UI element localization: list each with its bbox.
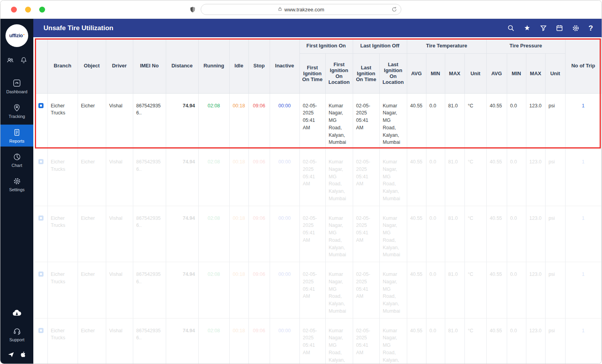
select-all-header[interactable] — [35, 38, 47, 93]
cell-no-of-trip[interactable]: 1 — [565, 93, 601, 150]
cell-no-of-trip[interactable]: 1 — [565, 150, 601, 206]
app-header: Unsafe Tire Utilization — [33, 19, 602, 37]
row-checkbox[interactable] — [38, 272, 44, 277]
cell-stop: 09:06 — [248, 262, 270, 319]
cell-select — [35, 206, 47, 262]
col-object[interactable]: Object — [78, 38, 106, 93]
cell-object: Eicher — [78, 93, 106, 150]
col-branch[interactable]: Branch — [47, 38, 78, 93]
row-checkbox[interactable] — [38, 216, 44, 221]
col-idle[interactable]: Idle — [229, 38, 248, 93]
col-driver[interactable]: Driver — [106, 38, 133, 93]
cell-pressure-max: 123.0 — [526, 206, 545, 262]
cell-temp-max: 81.0 — [445, 318, 464, 364]
col-pressure-avg[interactable]: AVG — [486, 53, 507, 93]
chart-icon — [13, 153, 21, 161]
cell-first-ignition-location: Kumar Nagar, MG Road, Kalyan, Mumbai — [325, 206, 353, 262]
col-temp-avg[interactable]: AVG — [407, 53, 426, 93]
cell-last-ignition-time: 02-05-2025 05:41 AM — [353, 318, 379, 364]
cloud-download-icon[interactable] — [11, 308, 23, 320]
sidebar-item-support[interactable]: Support — [0, 324, 33, 345]
col-temp-unit[interactable]: Unit — [464, 53, 486, 93]
col-pressure-max[interactable]: MAX — [526, 53, 545, 93]
cell-no-of-trip[interactable]: 1 — [565, 206, 601, 262]
cell-temp-avg: 40.55 — [407, 93, 426, 150]
cell-stop: 09:06 — [248, 206, 270, 262]
address-bar[interactable]: www.trakzee.com — [201, 4, 401, 15]
filter-icon[interactable] — [540, 24, 547, 32]
cell-pressure-unit: psi — [545, 206, 565, 262]
cell-pressure-max: 123.0 — [526, 93, 545, 150]
sidebar-item-dashboard[interactable]: Dashboard — [0, 75, 33, 97]
users-icon[interactable] — [6, 56, 14, 66]
col-first-ignition-on-time[interactable]: First Ignition On Time — [299, 53, 325, 93]
cell-temp-max: 81.0 — [445, 150, 464, 206]
cell-driver: Vishal — [106, 93, 133, 150]
cell-pressure-avg: 40.55 — [486, 318, 507, 364]
close-window-button[interactable] — [11, 7, 17, 13]
shield-icon[interactable] — [189, 6, 196, 15]
cell-temp-min: 0.0 — [426, 150, 445, 206]
col-pressure-unit[interactable]: Unit — [545, 53, 565, 93]
sidebar-item-settings[interactable]: Settings — [0, 174, 33, 195]
browser-window: www.trakzee.com uffizio — [0, 0, 602, 364]
sidebar-item-chart[interactable]: Chart — [0, 149, 33, 171]
telegram-plane-icon[interactable] — [7, 351, 15, 360]
cell-no-of-trip[interactable]: 1 — [565, 262, 601, 319]
rewards-star-icon[interactable] — [523, 24, 531, 32]
table-row: Eicher TrucksEicherVishal8675429356..74.… — [35, 93, 601, 150]
cell-object: Eicher — [78, 262, 106, 319]
cell-no-of-trip[interactable]: 1 — [565, 318, 601, 364]
col-inactive[interactable]: Inactive — [270, 38, 299, 93]
search-icon[interactable] — [507, 24, 515, 32]
schedule-calendar-icon[interactable] — [556, 24, 563, 32]
col-last-ignition-on-location[interactable]: Last Ignition On Location — [379, 53, 407, 93]
cell-temp-max: 81.0 — [445, 262, 464, 319]
help-icon[interactable]: ? — [588, 24, 593, 32]
cell-first-ignition-location: Kumar Nagar, MG Road, Kalyan, Mumbai — [325, 150, 353, 206]
cell-pressure-min: 0.0 — [507, 206, 526, 262]
settings-gear-icon[interactable] — [572, 24, 580, 32]
refresh-icon[interactable] — [391, 6, 397, 14]
cell-temp-unit: °C — [464, 206, 486, 262]
cell-idle: 00:18 — [229, 318, 248, 364]
sidebar-item-reports[interactable]: Reports — [0, 125, 33, 147]
row-checkbox[interactable] — [38, 159, 44, 164]
cell-pressure-unit: psi — [545, 262, 565, 319]
col-first-ignition-on-location[interactable]: First Ignition On Location — [325, 53, 353, 93]
minimize-window-button[interactable] — [25, 7, 31, 13]
col-temp-min[interactable]: MIN — [426, 53, 445, 93]
cell-first-ignition-location: Kumar Nagar, MG Road, Kalyan, Mumbai — [325, 93, 353, 150]
cell-inactive: 00:00 — [270, 318, 299, 364]
sidebar-nav: Dashboard Tracking Reports — [0, 75, 33, 195]
col-distance[interactable]: Distance — [166, 38, 198, 93]
cell-idle: 00:18 — [229, 206, 248, 262]
apple-logo-icon[interactable] — [20, 351, 27, 360]
col-temp-max[interactable]: MAX — [445, 53, 464, 93]
cell-distance: 74.94 — [166, 150, 198, 206]
sidebar-item-tracking[interactable]: Tracking — [0, 100, 33, 122]
table-header: Branch Object Driver IMEI No Distance Ru… — [35, 38, 601, 93]
row-checkbox[interactable] — [38, 103, 44, 108]
checkbox-checked-mark — [40, 161, 42, 163]
col-stop[interactable]: Stop — [248, 38, 270, 93]
cell-first-ignition-location: Kumar Nagar, MG Road, Kalyan, Mumbai — [325, 262, 353, 319]
cell-last-ignition-location: Kumar Nagar, MG Road, Kalyan, Mumbai — [379, 206, 407, 262]
report-content: Branch Object Driver IMEI No Distance Ru… — [33, 37, 602, 364]
group-first-ignition-on: First Ignition On — [299, 38, 353, 53]
col-imei[interactable]: IMEI No — [133, 38, 166, 93]
zoom-window-button[interactable] — [39, 7, 45, 13]
col-no-of-trip[interactable]: No of Trip — [565, 38, 601, 93]
cell-running: 02:08 — [198, 318, 229, 364]
cell-last-ignition-location: Kumar Nagar, MG Road, Kalyan, Mumbai — [379, 93, 407, 150]
table-row: Eicher TrucksEicherVishal8675429356..74.… — [35, 262, 601, 319]
col-pressure-min[interactable]: MIN — [507, 53, 526, 93]
cell-temp-avg: 40.55 — [407, 318, 426, 364]
col-last-ignition-on-time[interactable]: Last Ignition On Time — [353, 53, 379, 93]
col-running[interactable]: Running — [198, 38, 229, 93]
notifications-bell-icon[interactable] — [20, 56, 27, 66]
cell-last-ignition-time: 02-05-2025 05:41 AM — [353, 206, 379, 262]
row-checkbox[interactable] — [38, 328, 44, 333]
cell-first-ignition-time: 02-05-2025 05:41 AM — [299, 262, 325, 319]
cell-pressure-min: 0.0 — [507, 150, 526, 206]
